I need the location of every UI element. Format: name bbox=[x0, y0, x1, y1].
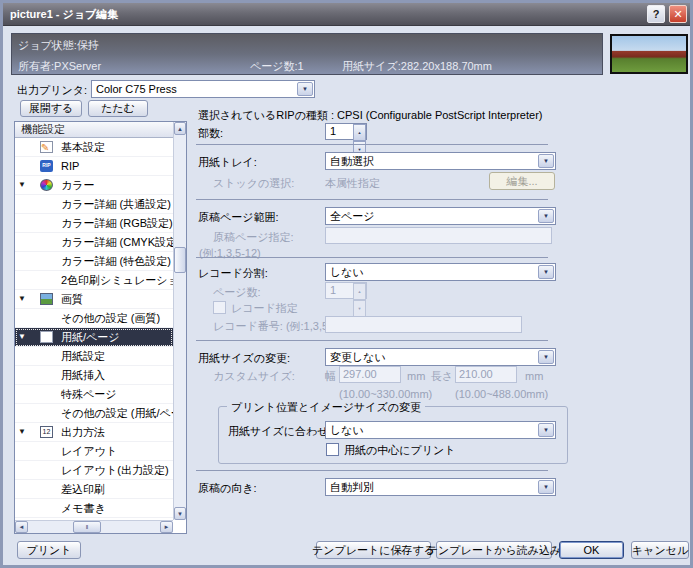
custom-length-input[interactable]: 210.00 bbox=[455, 366, 517, 383]
tree-item[interactable]: ▼画質 bbox=[15, 290, 173, 309]
page-spec-label: 原稿ページ指定: bbox=[213, 231, 294, 244]
tree-item[interactable]: ▼用紙/ページ bbox=[15, 328, 173, 347]
page-range-value: 全ページ bbox=[330, 210, 375, 222]
tree-item[interactable]: RIPRIP bbox=[15, 157, 173, 176]
tree-item[interactable]: 用紙設定 bbox=[15, 347, 173, 366]
chevron-down-icon[interactable]: ▼ bbox=[297, 82, 313, 96]
record-split-value: しない bbox=[330, 266, 364, 278]
tree-horizontal-scrollbar[interactable]: ◄ ‖ ► bbox=[15, 520, 173, 533]
tree-item-label: 出力方法 bbox=[61, 426, 105, 438]
tree-item-label: カラー bbox=[61, 179, 95, 191]
orientation-value: 自動判別 bbox=[330, 481, 374, 493]
tree-item[interactable]: ▼カラー bbox=[15, 176, 173, 195]
close-button[interactable]: ✕ bbox=[669, 5, 687, 23]
record-pages-stepper[interactable]: 1 ▲▼ bbox=[325, 282, 367, 299]
tree-item-label: 差込印刷 bbox=[61, 483, 105, 495]
tree-item[interactable]: ▼12出力方法 bbox=[15, 423, 173, 442]
rip-icon: RIP bbox=[40, 160, 53, 172]
tree-item[interactable]: レイアウト bbox=[15, 442, 173, 461]
scroll-down-icon[interactable]: ▼ bbox=[174, 507, 186, 520]
tree-item[interactable]: カラー詳細 (CMYK設定) bbox=[15, 233, 173, 252]
chevron-down-icon[interactable]: ▼ bbox=[538, 209, 554, 223]
custom-width-input[interactable]: 297.00 bbox=[339, 366, 401, 383]
help-button[interactable]: ? bbox=[647, 5, 665, 23]
chevron-down-icon[interactable]: ▼ bbox=[538, 350, 554, 364]
tree-item-label: レイアウト(出力設定) bbox=[61, 464, 169, 476]
scroll-left-icon[interactable]: ◄ bbox=[15, 521, 28, 533]
copies-stepper[interactable]: 1 ▲▼ bbox=[325, 123, 367, 140]
record-number-input[interactable] bbox=[325, 316, 522, 333]
output-printer-select[interactable]: Color C75 Press ▼ bbox=[91, 80, 315, 98]
tree-item-label: 用紙設定 bbox=[61, 350, 105, 362]
tree-item[interactable]: カラー詳細 (共通設定) bbox=[15, 195, 173, 214]
tree-item[interactable]: その他の設定 (用紙/ページ) bbox=[15, 404, 173, 423]
custom-width-value: 297.00 bbox=[343, 368, 377, 380]
window-title: picture1 - ジョブ編集 bbox=[3, 7, 118, 22]
horizontal-scroll-thumb[interactable]: ‖ bbox=[73, 521, 101, 533]
vertical-scroll-thumb[interactable] bbox=[174, 247, 186, 273]
tree-vertical-scrollbar[interactable]: ▲ ▼ bbox=[173, 122, 186, 520]
stock-select-value: 本属性指定 bbox=[325, 177, 380, 190]
chevron-down-icon[interactable]: ▼ bbox=[538, 154, 554, 168]
tree-item-label: カラー詳細 (特色設定) bbox=[61, 255, 171, 267]
cancel-button[interactable]: キャンセル bbox=[631, 541, 689, 559]
tree-item-label: カラー詳細 (共通設定) bbox=[61, 198, 171, 210]
fit-to-paper-select[interactable]: しない ▼ bbox=[325, 421, 556, 439]
arrow-up-icon[interactable]: ▲ bbox=[353, 283, 366, 300]
tree-item[interactable]: メモ書き bbox=[15, 499, 173, 518]
stepper-buttons[interactable]: ▲▼ bbox=[353, 124, 366, 139]
tree-item[interactable]: 差込印刷 bbox=[15, 480, 173, 499]
tree-item-label: レイアウト bbox=[61, 445, 117, 457]
section-divider bbox=[196, 144, 548, 145]
center-on-paper-checkbox[interactable] bbox=[326, 443, 339, 456]
page-range-select[interactable]: 全ページ ▼ bbox=[325, 207, 556, 225]
load-template-button[interactable]: テンプレートから読み込み bbox=[436, 541, 552, 559]
tree-item[interactable]: カラー詳細 (特色設定) bbox=[15, 252, 173, 271]
record-split-select[interactable]: しない ▼ bbox=[325, 263, 556, 281]
expand-arrow-icon[interactable]: ▼ bbox=[18, 328, 26, 346]
orientation-label: 原稿の向き: bbox=[198, 482, 257, 495]
expand-all-button[interactable]: 展開する bbox=[20, 100, 82, 117]
chevron-down-icon[interactable]: ▼ bbox=[538, 265, 554, 279]
paper-size-change-select[interactable]: 変更しない ▼ bbox=[325, 348, 556, 366]
tree-item[interactable]: カラー詳細 (RGB設定) bbox=[15, 214, 173, 233]
scroll-right-icon[interactable]: ► bbox=[160, 521, 173, 533]
tree-item-label: 基本設定 bbox=[61, 141, 105, 153]
paper-tray-value: 自動選択 bbox=[330, 155, 374, 167]
tree-item[interactable]: レイアウト(出力設定) bbox=[15, 461, 173, 480]
chevron-down-icon[interactable]: ▼ bbox=[538, 423, 554, 437]
output-icon: 12 bbox=[40, 426, 53, 438]
print-button[interactable]: プリント bbox=[17, 541, 81, 559]
feature-tree: 基本設定RIPRIP▼カラーカラー詳細 (共通設定)カラー詳細 (RGB設定)カ… bbox=[15, 138, 173, 520]
feature-tree-panel: 機能設定 基本設定RIPRIP▼カラーカラー詳細 (共通設定)カラー詳細 (RG… bbox=[14, 121, 187, 534]
orientation-select[interactable]: 自動判別 ▼ bbox=[325, 478, 556, 496]
page-spec-input[interactable] bbox=[325, 227, 552, 244]
chevron-down-icon[interactable]: ▼ bbox=[538, 480, 554, 494]
stock-edit-button[interactable]: 編集... bbox=[489, 172, 555, 190]
expand-arrow-icon[interactable]: ▼ bbox=[18, 423, 26, 441]
tree-item[interactable]: 用紙挿入 bbox=[15, 366, 173, 385]
expand-arrow-icon[interactable]: ▼ bbox=[18, 176, 26, 194]
paper-tray-label: 用紙トレイ: bbox=[198, 156, 257, 169]
record-spec-checkbox[interactable] bbox=[213, 301, 226, 314]
tree-item[interactable]: 基本設定 bbox=[15, 138, 173, 157]
save-template-button[interactable]: テンプレートに保存する bbox=[316, 541, 431, 559]
record-split-label: レコード分割: bbox=[198, 267, 268, 280]
ok-button[interactable]: OK bbox=[559, 541, 624, 559]
paper-size-change-value: 変更しない bbox=[330, 351, 386, 363]
expand-arrow-icon[interactable]: ▼ bbox=[18, 290, 26, 308]
tree-item-label: 画質 bbox=[61, 293, 83, 305]
scroll-up-icon[interactable]: ▲ bbox=[174, 122, 186, 135]
rip-type-text: 選択されているRIPの種類 : CPSI (Configurable PostS… bbox=[198, 109, 542, 122]
stepper-buttons[interactable]: ▲▼ bbox=[353, 283, 366, 298]
arrow-down-icon[interactable]: ▼ bbox=[353, 300, 366, 317]
tree-item[interactable]: その他の設定 (画質) bbox=[15, 309, 173, 328]
arrow-up-icon[interactable]: ▲ bbox=[353, 124, 366, 141]
tree-item[interactable]: 2色印刷シミュレーション bbox=[15, 271, 173, 290]
custom-length-value: 210.00 bbox=[459, 368, 493, 380]
job-status: ジョブ状態:保持 bbox=[18, 38, 99, 53]
title-bar[interactable]: picture1 - ジョブ編集 ? ✕ bbox=[3, 3, 690, 26]
tree-item[interactable]: 特殊ページ bbox=[15, 385, 173, 404]
collapse-all-button[interactable]: たたむ bbox=[88, 100, 148, 117]
paper-tray-select[interactable]: 自動選択 ▼ bbox=[325, 152, 556, 170]
